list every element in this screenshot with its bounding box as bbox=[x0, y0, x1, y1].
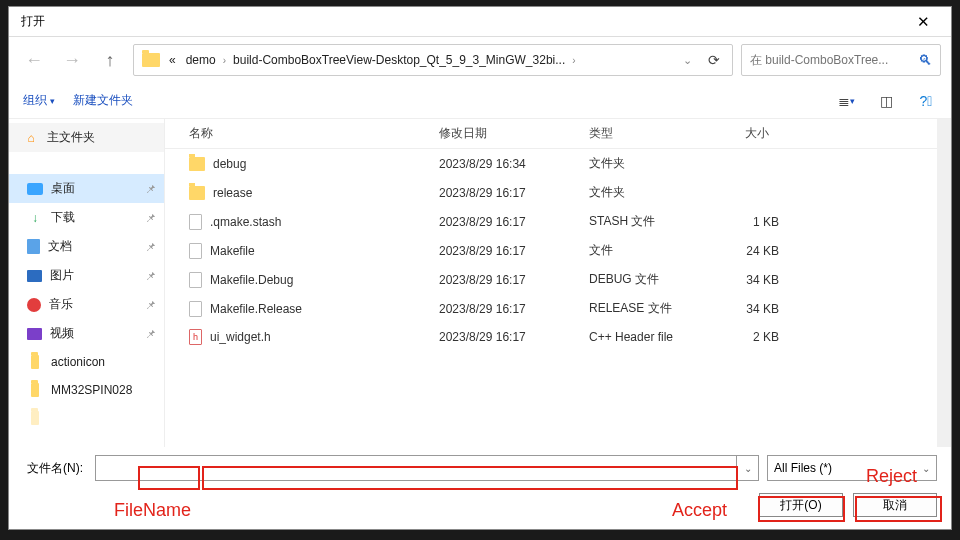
search-input[interactable] bbox=[750, 53, 912, 67]
refresh-button[interactable]: ⟳ bbox=[700, 52, 728, 68]
video-icon bbox=[27, 328, 42, 340]
file-row[interactable]: Makefile.Debug2023/8/29 16:17DEBUG 文件34 … bbox=[165, 265, 937, 294]
file-date: 2023/8/29 16:34 bbox=[439, 157, 589, 171]
file-icon bbox=[189, 272, 202, 288]
sidebar-item-videos[interactable]: 视频 📌︎ bbox=[9, 319, 164, 348]
pin-icon: 📌︎ bbox=[145, 183, 156, 195]
close-button[interactable]: ✕ bbox=[903, 8, 943, 36]
folder-icon bbox=[31, 383, 39, 397]
view-list-icon[interactable]: ≣ ▾ bbox=[835, 90, 857, 112]
file-type: 文件夹 bbox=[589, 155, 709, 172]
open-button[interactable]: 打开(O) bbox=[759, 493, 843, 517]
sidebar-item-music[interactable]: 音乐 📌︎ bbox=[9, 290, 164, 319]
file-date: 2023/8/29 16:17 bbox=[439, 215, 589, 229]
file-name: .qmake.stash bbox=[210, 215, 281, 229]
file-type: DEBUG 文件 bbox=[589, 271, 709, 288]
col-date[interactable]: 修改日期 bbox=[439, 125, 589, 142]
sidebar-item-folder[interactable]: actionicon bbox=[9, 348, 164, 376]
path-segment[interactable]: build-ComboBoxTreeView-Desktop_Qt_5_9_3_… bbox=[228, 53, 570, 67]
search-icon: 🔍︎ bbox=[918, 52, 932, 68]
file-filter-select[interactable]: All Files (*) ⌄ bbox=[767, 455, 937, 481]
file-icon bbox=[189, 243, 202, 259]
window-title: 打开 bbox=[21, 13, 45, 30]
file-size: 1 KB bbox=[709, 215, 779, 229]
folder-icon bbox=[31, 411, 39, 425]
sidebar-item-folder[interactable] bbox=[9, 404, 164, 432]
close-icon: ✕ bbox=[917, 13, 930, 31]
file-type: C++ Header file bbox=[589, 330, 709, 344]
folder-icon bbox=[31, 355, 39, 369]
column-headers: 名称 修改日期 类型 大小 bbox=[165, 119, 937, 149]
file-name: Makefile bbox=[210, 244, 255, 258]
sidebar-item-downloads[interactable]: ↓ 下载 📌︎ bbox=[9, 203, 164, 232]
file-size: 34 KB bbox=[709, 302, 779, 316]
breadcrumb[interactable]: « demo › build-ComboBoxTreeView-Desktop_… bbox=[133, 44, 733, 76]
file-row[interactable]: .qmake.stash2023/8/29 16:17STASH 文件1 KB bbox=[165, 207, 937, 236]
cancel-button[interactable]: 取消 bbox=[853, 493, 937, 517]
file-name: debug bbox=[213, 157, 246, 171]
toolbar: 组织 ▾ 新建文件夹 ≣ ▾ ◫ ?⃝ bbox=[9, 83, 951, 119]
sidebar-item-folder[interactable]: MM32SPIN028 bbox=[9, 376, 164, 404]
file-row[interactable]: Makefile2023/8/29 16:17文件24 KB bbox=[165, 236, 937, 265]
file-date: 2023/8/29 16:17 bbox=[439, 302, 589, 316]
chevron-right-icon: › bbox=[221, 55, 228, 66]
folder-icon bbox=[189, 186, 205, 200]
filename-label: 文件名(N): bbox=[23, 458, 87, 479]
document-icon bbox=[27, 239, 40, 254]
organize-button[interactable]: 组织 ▾ bbox=[23, 92, 55, 109]
forward-button[interactable]: → bbox=[57, 45, 87, 75]
col-name[interactable]: 名称 bbox=[189, 125, 439, 142]
pin-icon: 📌︎ bbox=[145, 299, 156, 311]
up-button[interactable]: ↑ bbox=[95, 45, 125, 75]
col-type[interactable]: 类型 bbox=[589, 125, 709, 142]
pin-icon: 📌︎ bbox=[145, 328, 156, 340]
pin-icon: 📌︎ bbox=[145, 212, 156, 224]
path-segment[interactable]: demo bbox=[181, 53, 221, 67]
chevron-down-icon: ⌄ bbox=[922, 463, 930, 474]
preview-pane-icon[interactable]: ◫ bbox=[875, 90, 897, 112]
file-type: 文件夹 bbox=[589, 184, 709, 201]
file-date: 2023/8/29 16:17 bbox=[439, 186, 589, 200]
path-root-sep: « bbox=[164, 53, 181, 67]
chevron-right-icon: › bbox=[570, 55, 577, 66]
path-dropdown[interactable]: ⌄ bbox=[675, 54, 700, 67]
body: ⌂ 主文件夹 桌面 📌︎ ↓ 下载 📌︎ 文档 📌︎ bbox=[9, 119, 951, 447]
file-row[interactable]: release2023/8/29 16:17文件夹 bbox=[165, 178, 937, 207]
sidebar-item-pictures[interactable]: 图片 📌︎ bbox=[9, 261, 164, 290]
chevron-down-icon: ▾ bbox=[50, 96, 55, 106]
scrollbar[interactable] bbox=[937, 119, 951, 447]
new-folder-button[interactable]: 新建文件夹 bbox=[73, 92, 133, 109]
file-icon bbox=[189, 301, 202, 317]
sidebar-item-desktop[interactable]: 桌面 📌︎ bbox=[9, 174, 164, 203]
filename-input[interactable] bbox=[95, 455, 737, 481]
file-name: release bbox=[213, 186, 252, 200]
file-date: 2023/8/29 16:17 bbox=[439, 244, 589, 258]
footer: 文件名(N): ⌄ All Files (*) ⌄ 打开(O) 取消 bbox=[9, 447, 951, 529]
file-rows: debug2023/8/29 16:34文件夹release2023/8/29 … bbox=[165, 149, 937, 447]
file-size: 2 KB bbox=[709, 330, 779, 344]
pin-icon: 📌︎ bbox=[145, 241, 156, 253]
header-file-icon: h bbox=[189, 329, 202, 345]
music-icon bbox=[27, 298, 41, 312]
picture-icon bbox=[27, 270, 42, 282]
file-row[interactable]: Makefile.Release2023/8/29 16:17RELEASE 文… bbox=[165, 294, 937, 323]
col-size[interactable]: 大小 bbox=[709, 125, 779, 142]
search-box[interactable]: 🔍︎ bbox=[741, 44, 941, 76]
sidebar-item-documents[interactable]: 文档 📌︎ bbox=[9, 232, 164, 261]
file-name: Makefile.Debug bbox=[210, 273, 293, 287]
navigation-bar: ← → ↑ « demo › build-ComboBoxTreeView-De… bbox=[9, 37, 951, 83]
sidebar-item-home[interactable]: ⌂ 主文件夹 bbox=[9, 123, 164, 152]
file-icon bbox=[189, 214, 202, 230]
download-icon: ↓ bbox=[27, 210, 43, 226]
filename-dropdown[interactable]: ⌄ bbox=[737, 455, 759, 481]
file-row[interactable]: hui_widget.h2023/8/29 16:17C++ Header fi… bbox=[165, 323, 937, 351]
help-icon[interactable]: ?⃝ bbox=[915, 90, 937, 112]
file-row[interactable]: debug2023/8/29 16:34文件夹 bbox=[165, 149, 937, 178]
file-list: 名称 修改日期 类型 大小 debug2023/8/29 16:34文件夹rel… bbox=[165, 119, 937, 447]
file-date: 2023/8/29 16:17 bbox=[439, 273, 589, 287]
file-size: 34 KB bbox=[709, 273, 779, 287]
file-type: RELEASE 文件 bbox=[589, 300, 709, 317]
titlebar: 打开 ✕ bbox=[9, 7, 951, 37]
back-button[interactable]: ← bbox=[19, 45, 49, 75]
desktop-icon bbox=[27, 183, 43, 195]
